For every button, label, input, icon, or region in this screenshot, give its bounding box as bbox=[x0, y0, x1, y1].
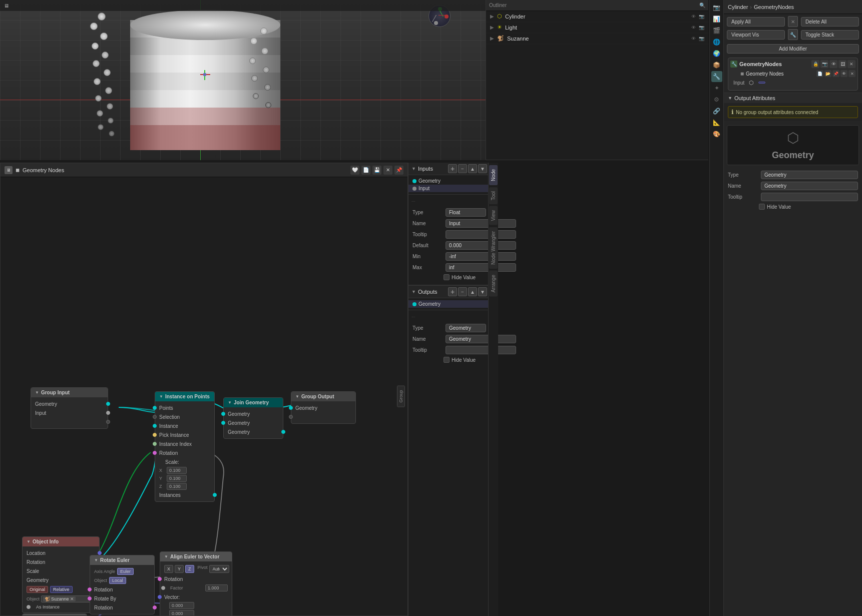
nodes-canvas[interactable]: ▼ Group Input Geometry Input ▼ bbox=[1, 177, 407, 615]
inputs-input-item[interactable]: Input bbox=[408, 185, 490, 192]
original-mode-btn[interactable]: Original bbox=[27, 586, 48, 593]
outputs-up-btn[interactable]: ▲ bbox=[468, 287, 477, 296]
viewport-editor-type[interactable]: 🖥 bbox=[4, 3, 9, 9]
vector-y-input[interactable] bbox=[169, 610, 194, 615]
node-join-geometry[interactable]: ▼ Join Geometry Geometry Geometry Geomet… bbox=[223, 397, 283, 439]
apply-all-button[interactable]: Apply All bbox=[727, 17, 785, 27]
ae-axis-row[interactable]: X Y Z Pivot Auto bbox=[160, 563, 232, 574]
viewport-vis-icon[interactable]: 🔧 bbox=[788, 29, 798, 40]
new-node-icon[interactable]: 📄 bbox=[361, 166, 370, 175]
node-editor-icon[interactable]: 🖥 bbox=[5, 166, 13, 174]
props-modifier-icon[interactable]: 🔧 bbox=[711, 71, 722, 82]
light-vis-icon[interactable]: 👁 bbox=[691, 25, 696, 30]
ae-factor-row[interactable]: Factor bbox=[160, 583, 232, 592]
node-group-output[interactable]: ▼ Group Output Geometry bbox=[291, 391, 356, 424]
loop-badge[interactable] bbox=[758, 82, 765, 84]
geotype-tooltip-field[interactable] bbox=[761, 193, 858, 201]
geotype-name-field[interactable] bbox=[761, 182, 858, 190]
sub-close-icon[interactable]: ✕ bbox=[848, 70, 855, 77]
relative-mode-btn[interactable]: Relative bbox=[50, 586, 73, 593]
arrange-tab[interactable]: Arrange bbox=[489, 271, 498, 297]
outliner-search[interactable]: 🔍 bbox=[699, 3, 705, 8]
modifier-close-btn[interactable]: ✕ bbox=[847, 60, 855, 68]
props-material-icon[interactable]: 🎨 bbox=[711, 129, 722, 140]
node-align-euler[interactable]: ▼ Align Euler to Vector X Y Z Pivot Auto bbox=[160, 551, 232, 615]
geotype-hide-checkbox[interactable] bbox=[759, 204, 765, 210]
outliner-item-cylinder[interactable]: ▶ ⬡ Cylinder 👁 📷 bbox=[486, 11, 708, 22]
modifier-cam-icon[interactable]: 📷 bbox=[820, 60, 828, 68]
axis-x-btn[interactable]: X bbox=[164, 565, 173, 573]
node-group-input[interactable]: ▼ Group Input Geometry Input bbox=[31, 387, 108, 429]
breadcrumb-geo[interactable]: GeometryNodes bbox=[754, 4, 794, 10]
euler-btn[interactable]: Euler bbox=[117, 568, 134, 575]
vector-x-input[interactable] bbox=[169, 602, 194, 609]
modifier-lock-icon[interactable]: 🔒 bbox=[811, 60, 819, 68]
min-field[interactable] bbox=[446, 252, 516, 261]
delete-all-button[interactable]: Delete All bbox=[801, 17, 859, 27]
node-tab[interactable]: Node bbox=[489, 165, 498, 185]
props-scene-icon[interactable]: 🌐 bbox=[711, 37, 722, 48]
node-instance-on-points[interactable]: ▼ Instance on Points Points Selection In… bbox=[155, 391, 215, 502]
input-node-icon[interactable]: ⬡ bbox=[747, 79, 755, 87]
inputs-add-btn[interactable]: + bbox=[448, 164, 457, 173]
node-wrangler-tab[interactable]: Node Wrangler bbox=[489, 227, 498, 269]
breadcrumb-cylinder[interactable]: Cylinder bbox=[728, 4, 748, 10]
sub-pin-icon[interactable]: 📌 bbox=[832, 70, 839, 77]
cylinder-vis-icon[interactable]: 👁 bbox=[691, 14, 696, 19]
inputs-geometry-item[interactable]: Geometry bbox=[408, 177, 490, 185]
outputs-add-btn[interactable]: + bbox=[448, 287, 457, 296]
group-tab[interactable]: Group bbox=[397, 385, 405, 407]
sub-open-icon[interactable]: 📂 bbox=[824, 70, 831, 77]
view-tab[interactable]: View bbox=[489, 206, 498, 225]
cylinder-render-icon[interactable]: 📷 bbox=[699, 14, 704, 19]
outliner-item-light[interactable]: ▶ ☀ Light 👁 📷 bbox=[486, 22, 708, 33]
output-name-field[interactable] bbox=[446, 335, 516, 343]
geotype-type-select[interactable]: Geometry bbox=[761, 171, 858, 179]
max-field[interactable] bbox=[446, 263, 516, 272]
re-space-row[interactable]: Object Local bbox=[90, 576, 154, 585]
modifier-render-icon[interactable]: 🖼 bbox=[838, 60, 846, 68]
ae-vector-x[interactable] bbox=[160, 601, 232, 609]
scale-y-input[interactable] bbox=[167, 475, 187, 482]
output-attrs-header[interactable]: ▼ Output Attributes bbox=[724, 93, 862, 103]
local-btn[interactable]: Local bbox=[109, 577, 126, 584]
outliner-item-suzanne[interactable]: ▶ 🐒 Suzanne 👁 📷 bbox=[486, 33, 708, 44]
scale-z-input[interactable] bbox=[167, 483, 187, 490]
iop-scale-x[interactable]: X bbox=[155, 466, 214, 474]
props-physics-icon[interactable]: ⚙ bbox=[711, 94, 722, 105]
light-render-icon[interactable]: 📷 bbox=[699, 25, 704, 30]
node-normal[interactable]: ▼ Normal Normal bbox=[22, 613, 87, 615]
outputs-geometry-item[interactable]: Geometry bbox=[408, 300, 490, 308]
re-axis-angle-row[interactable]: Axis Angle Euler bbox=[90, 567, 154, 576]
iop-scale-z[interactable]: Z bbox=[155, 482, 214, 490]
props-constraints-icon[interactable]: 🔗 bbox=[711, 106, 722, 117]
name-field[interactable] bbox=[446, 219, 516, 228]
output-type-select[interactable]: Geometry bbox=[446, 324, 486, 332]
pushpin-icon[interactable]: 📌 bbox=[394, 166, 403, 175]
factor-input[interactable] bbox=[205, 584, 228, 591]
viewport-vis-button[interactable]: Viewport Vis bbox=[727, 30, 785, 40]
axis-z-btn[interactable]: Z bbox=[185, 565, 194, 573]
axis-y-btn[interactable]: Y bbox=[175, 565, 184, 573]
close-icon[interactable]: ✕ bbox=[383, 166, 392, 175]
apply-all-close[interactable]: ✕ bbox=[788, 16, 798, 27]
scale-x-input[interactable] bbox=[167, 467, 187, 474]
inputs-down-btn[interactable]: ▼ bbox=[478, 164, 487, 173]
suzanne-vis-icon[interactable]: 👁 bbox=[691, 36, 696, 41]
props-view-layer-icon[interactable]: 🎬 bbox=[711, 25, 722, 36]
props-particles-icon[interactable]: ✦ bbox=[711, 83, 722, 94]
toggle-stack-button[interactable]: Toggle Stack bbox=[801, 30, 859, 40]
outputs-remove-btn[interactable]: − bbox=[458, 287, 467, 296]
outputs-down-btn[interactable]: ▼ bbox=[478, 287, 487, 296]
tooltip-field[interactable] bbox=[446, 230, 516, 239]
sub-new-icon[interactable]: 📄 bbox=[816, 70, 823, 77]
oi-object-field[interactable]: 🐒 Suzanne ✕ bbox=[41, 595, 95, 602]
props-render-icon[interactable]: 📷 bbox=[711, 2, 722, 13]
output-tooltip-field[interactable] bbox=[446, 346, 516, 354]
props-output-icon[interactable]: 📊 bbox=[711, 14, 722, 25]
props-data-icon[interactable]: 📐 bbox=[711, 117, 722, 128]
tool-tab[interactable]: Tool bbox=[489, 187, 498, 204]
props-object-icon[interactable]: 📦 bbox=[711, 60, 722, 71]
pin-icon[interactable]: 🤍 bbox=[350, 166, 359, 175]
suzanne-render-icon[interactable]: 📷 bbox=[699, 36, 704, 41]
